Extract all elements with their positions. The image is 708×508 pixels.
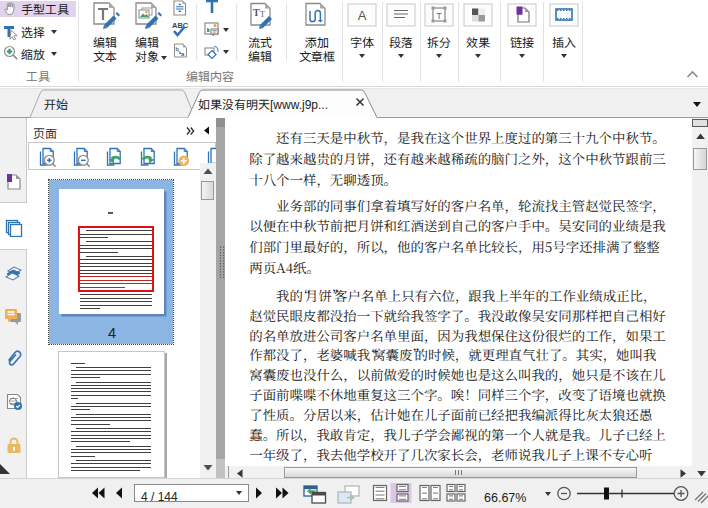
svg-text:T: T (253, 7, 260, 18)
svg-text:T: T (436, 11, 442, 21)
svg-text:T: T (260, 10, 265, 19)
svg-text:ABC: ABC (172, 21, 189, 30)
svg-text:A: A (358, 8, 367, 23)
